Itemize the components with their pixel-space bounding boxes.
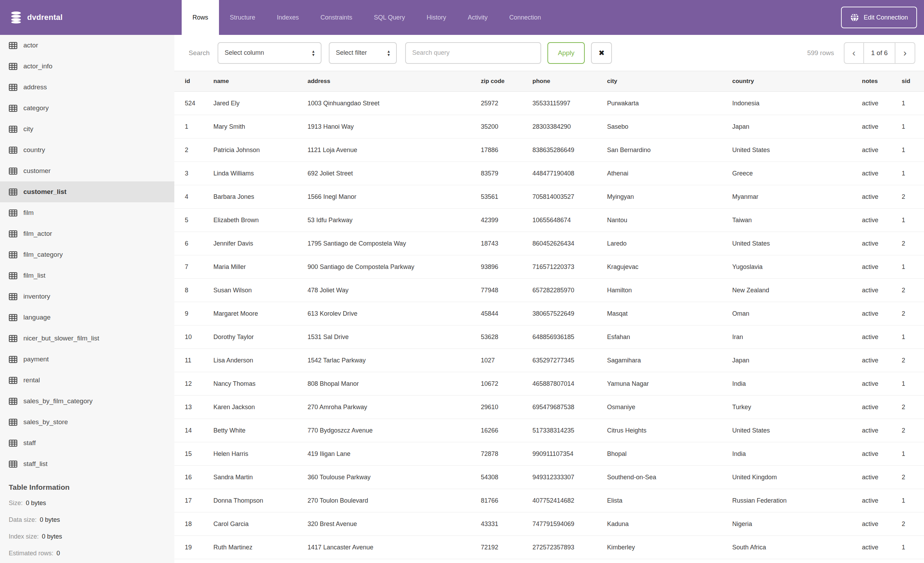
sidebar-item-sales-by-film-category[interactable]: sales_by_film_category: [0, 391, 174, 411]
search-label: Search: [189, 49, 210, 57]
table-row[interactable]: 5Elizabeth Brown53 Idfu Parkway423991065…: [174, 209, 924, 232]
search-query-input[interactable]: [405, 42, 541, 64]
tab-sql-query[interactable]: SQL Query: [363, 0, 416, 35]
cell-address: 770 Bydgoszcz Avenue: [308, 419, 481, 442]
cell-sid: 2: [902, 512, 924, 536]
sidebar-item-staff[interactable]: staff: [0, 432, 174, 453]
table-row[interactable]: 1Mary Smith1913 Hanoi Way352002830338429…: [174, 115, 924, 138]
table-row[interactable]: 7Maria Miller900 Santiago de Compostela …: [174, 255, 924, 279]
table-icon: [9, 440, 17, 447]
table-row[interactable]: 15Helen Harris419 Iligan Lane72878990911…: [174, 442, 924, 466]
table-icon: [9, 398, 17, 405]
clear-search-button[interactable]: ✖: [591, 42, 612, 64]
cell-address: 1531 Sal Drive: [308, 326, 481, 349]
table-icon: [9, 314, 17, 321]
sidebar-item-payment[interactable]: payment: [0, 349, 174, 370]
table-row[interactable]: 11Lisa Anderson1542 Tarlac Parkway102763…: [174, 349, 924, 372]
sidebar-item-rental[interactable]: rental: [0, 370, 174, 391]
column-select[interactable]: Select column ▲▼: [218, 42, 321, 64]
table-row[interactable]: 18Carol Garcia320 Brest Avenue4333174779…: [174, 512, 924, 536]
table-information-row: Data size: 0 bytes: [0, 511, 174, 528]
table-row[interactable]: 19Ruth Martinez1417 Lancaster Avenue7219…: [174, 536, 924, 559]
table-row[interactable]: 14Betty White770 Bydgoszcz Avenue1626651…: [174, 419, 924, 442]
sidebar-item-city[interactable]: city: [0, 119, 174, 140]
sidebar-item-film-category[interactable]: film_category: [0, 244, 174, 265]
table-row[interactable]: 3Linda Williams692 Joliet Street83579448…: [174, 162, 924, 185]
table-row[interactable]: 16Sandra Martin360 Toulouse Parkway54308…: [174, 466, 924, 489]
sidebar-item-actor[interactable]: actor: [0, 35, 174, 56]
table-row[interactable]: 524Jared Ely1003 Qinhuangdao Street25972…: [174, 92, 924, 115]
cell-phone: 465887807014: [532, 372, 607, 396]
sidebar-item-inventory[interactable]: inventory: [0, 286, 174, 307]
cell-notes: active: [862, 302, 902, 326]
edit-connection-button[interactable]: Edit Connection: [841, 7, 917, 28]
cell-id: 18: [174, 512, 213, 536]
cell-notes: active: [862, 536, 902, 559]
database-name: dvdrental: [27, 13, 63, 22]
cell-phone: 695479687538: [532, 396, 607, 419]
tab-structure[interactable]: Structure: [219, 0, 266, 35]
cell-name: Helen Harris: [213, 442, 308, 466]
tab-activity[interactable]: Activity: [457, 0, 499, 35]
table-name-label: city: [23, 125, 33, 133]
apply-button[interactable]: Apply: [548, 42, 585, 64]
cell-id: 14: [174, 419, 213, 442]
tab-rows[interactable]: Rows: [182, 0, 219, 35]
cell-name: Barbara Jones: [213, 185, 308, 209]
cell-country: Nigeria: [732, 512, 862, 536]
sidebar-item-nicer-but-slower-film-list[interactable]: nicer_but_slower_film_list: [0, 328, 174, 349]
column-header-phone: phone: [532, 71, 607, 92]
info-value: 0: [57, 550, 60, 557]
column-select-value: Select column: [225, 49, 264, 57]
info-label: Estimated rows:: [9, 550, 53, 557]
tab-indexes[interactable]: Indexes: [266, 0, 310, 35]
cell-address: 270 Toulon Boulevard: [308, 489, 481, 512]
table-row[interactable]: 10Dorothy Taylor1531 Sal Drive5362864885…: [174, 326, 924, 349]
cell-phone: 380657522649: [532, 302, 607, 326]
database-icon: [10, 11, 22, 24]
cell-name: Ruth Martinez: [213, 536, 308, 559]
sidebar-item-sales-by-store[interactable]: sales_by_store: [0, 411, 174, 432]
sidebar-item-actor-info[interactable]: actor_info: [0, 56, 174, 77]
cell-phone: 838635286649: [532, 138, 607, 162]
sidebar-item-language[interactable]: language: [0, 307, 174, 328]
sidebar-item-address[interactable]: address: [0, 77, 174, 98]
tab-constraints[interactable]: Constraints: [310, 0, 363, 35]
sidebar-item-staff-list[interactable]: staff_list: [0, 453, 174, 474]
table-icon: [9, 272, 17, 279]
cell-notes: active: [862, 92, 902, 115]
filter-select[interactable]: Select filter ▲▼: [329, 42, 397, 64]
info-value: 0 bytes: [40, 516, 60, 524]
cell-phone: 517338314235: [532, 419, 607, 442]
cell-zip-code: 45844: [481, 302, 532, 326]
table-row[interactable]: 17Donna Thompson270 Toulon Boulevard8176…: [174, 489, 924, 512]
cell-phone: 648856936185: [532, 326, 607, 349]
cell-country: India: [732, 372, 862, 396]
cell-city: Kaduna: [607, 512, 732, 536]
sidebar-item-customer[interactable]: customer: [0, 161, 174, 182]
table-row[interactable]: 4Barbara Jones1566 Inegl Manor5356170581…: [174, 185, 924, 209]
sidebar-item-film-list[interactable]: film_list: [0, 265, 174, 286]
cell-sid: 2: [902, 302, 924, 326]
table-icon: [9, 419, 17, 426]
tab-connection[interactable]: Connection: [499, 0, 552, 35]
sidebar-item-film-actor[interactable]: film_actor: [0, 223, 174, 244]
table-row[interactable]: 13Karen Jackson270 Amroha Parkway2961069…: [174, 396, 924, 419]
table-row[interactable]: 12Nancy Thomas808 Bhopal Manor1067246588…: [174, 372, 924, 396]
cell-address: 613 Korolev Drive: [308, 302, 481, 326]
table-row[interactable]: 2Patricia Johnson1121 Loja Avenue1788683…: [174, 138, 924, 162]
table-row[interactable]: 6Jennifer Davis1795 Santiago de Composte…: [174, 232, 924, 255]
sidebar-item-category[interactable]: category: [0, 98, 174, 119]
sidebar-item-film[interactable]: film: [0, 202, 174, 223]
cell-city: Purwakarta: [607, 92, 732, 115]
previous-page-button[interactable]: ‹: [844, 43, 864, 63]
tab-history[interactable]: History: [416, 0, 457, 35]
cell-phone: 407752414682: [532, 489, 607, 512]
cell-id: 16: [174, 466, 213, 489]
next-page-button[interactable]: ›: [896, 43, 915, 63]
sidebar-item-customer-list[interactable]: customer_list: [0, 182, 174, 202]
table-icon: [9, 42, 17, 49]
sidebar-item-country[interactable]: country: [0, 140, 174, 161]
table-row[interactable]: 8Susan Wilson478 Joliet Way7794865728228…: [174, 279, 924, 302]
table-row[interactable]: 9Margaret Moore613 Korolev Drive45844380…: [174, 302, 924, 326]
